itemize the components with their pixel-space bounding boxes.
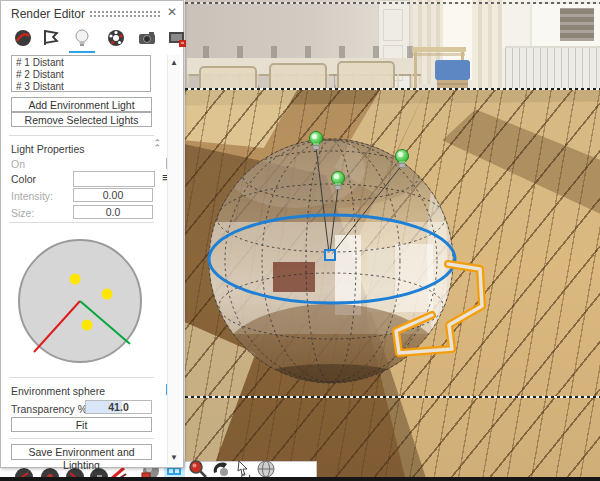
3d-viewport[interactable] [185,0,600,477]
transparency-field[interactable] [85,400,152,414]
orbit-tool-icon[interactable] [211,459,231,479]
remove-selected-lights-button[interactable]: Remove Selected Lights [11,112,152,127]
active-tab-underline [69,51,95,53]
divider [9,377,154,378]
list-item-light[interactable]: # 2 Distant [16,69,150,81]
divider [9,135,154,136]
tab-camera-icon[interactable] [137,28,157,48]
zoom-tool-icon[interactable] [188,459,208,479]
drag-grip[interactable] [89,10,161,18]
render-editor-panel[interactable]: Render Editor ✕ # 1 Distant # 2 Distant … [0,0,184,468]
divider [9,222,154,223]
size-field[interactable] [73,205,153,219]
divider [9,438,154,439]
save-environment-button[interactable]: Save Environment and Lighting [11,444,152,460]
environment-sphere-label: Environment sphere [11,385,105,397]
scroll-down-icon[interactable]: ▼ [169,453,179,462]
light-position-widget[interactable] [1,231,161,371]
scroll-up-icon[interactable]: ▲ [169,58,179,67]
light-dot-1[interactable] [70,274,81,285]
tab-scene-flag-icon[interactable] [41,28,61,48]
tab-render-reel-icon[interactable] [106,28,126,48]
tab-materials-icon[interactable] [13,28,33,48]
intensity-label: Intensity: [11,190,53,202]
render-editor-tabs [9,28,179,52]
fit-button[interactable]: Fit [11,417,152,432]
color-label: Color [11,173,36,185]
panel-scrollbar[interactable] [167,55,180,465]
list-item-light[interactable]: # 3 Distant [16,81,150,93]
transparency-label: Transparency %: [11,403,90,415]
light-dot-3[interactable] [82,320,93,331]
light-properties-header: Light Properties [11,143,85,155]
light-dot-2[interactable] [102,289,113,300]
collapse-icon[interactable]: ⌃⌃ [153,141,161,151]
list-item-light[interactable]: # 1 Distant [16,57,150,69]
tab-output-image-icon[interactable] [167,28,187,48]
add-environment-light-button[interactable]: Add Environment Light [11,97,152,112]
on-label: On [11,158,25,170]
environment-sphere-overlay[interactable] [185,0,600,477]
close-icon[interactable]: ✕ [167,5,177,19]
select-tool-icon[interactable] [234,459,254,479]
bottom-edge-bar [0,477,600,481]
globe-tool-icon[interactable] [256,459,276,479]
panel-title: Render Editor [11,7,85,21]
intensity-field[interactable] [73,188,153,202]
tab-lights-icon[interactable] [72,28,92,48]
center-handle[interactable] [325,250,335,260]
size-label: Size: [11,207,34,219]
color-swatch[interactable] [73,171,155,187]
app-window: Render Editor ✕ # 1 Distant # 2 Distant … [0,0,600,481]
lights-list[interactable]: # 1 Distant # 2 Distant # 3 Distant [11,55,151,92]
